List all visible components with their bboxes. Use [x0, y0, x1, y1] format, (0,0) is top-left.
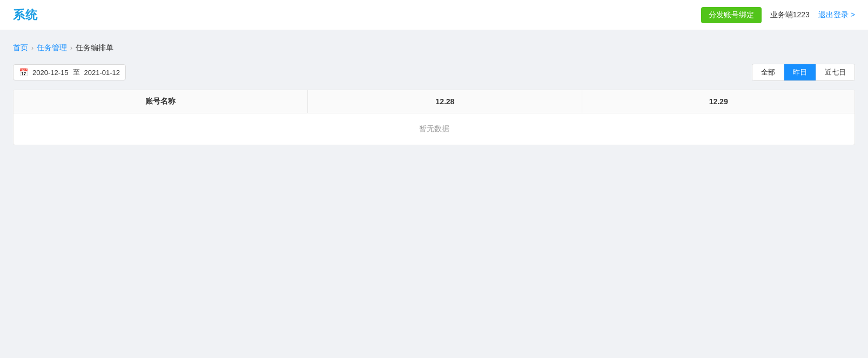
breadcrumb-sep-2: ›: [70, 44, 72, 52]
filter-bar: 📅 2020-12-15 至 2021-01-12 全部 昨日 近七日: [13, 64, 855, 81]
date-from: 2020-12-15: [32, 69, 69, 77]
filter-yesterday-button[interactable]: 昨日: [784, 64, 816, 80]
breadcrumb-task-schedule: 任务编排单: [76, 43, 113, 53]
date-separator: 至: [73, 67, 80, 77]
quick-filter-buttons: 全部 昨日 近七日: [752, 64, 855, 81]
current-user: 业务端1223: [770, 10, 810, 20]
breadcrumb-sep-1: ›: [31, 44, 33, 52]
breadcrumb-task-mgmt[interactable]: 任务管理: [37, 43, 67, 53]
filter-all-button[interactable]: 全部: [752, 64, 784, 80]
empty-text: 暂无数据: [419, 124, 449, 133]
empty-data-cell: 暂无数据: [14, 113, 854, 145]
header-left: 系统: [13, 7, 38, 23]
date-range-picker[interactable]: 📅 2020-12-15 至 2021-01-12: [13, 64, 126, 80]
date-to: 2021-01-12: [84, 69, 120, 77]
header-right: 分发账号绑定 业务端1223 退出登录 >: [701, 7, 855, 23]
table-empty-row: 暂无数据: [14, 113, 854, 145]
logout-button[interactable]: 退出登录 >: [818, 10, 855, 20]
main-content: 首页 › 任务管理 › 任务编排单 📅 2020-12-15 至 2021-01…: [0, 30, 868, 158]
col-1229: 12.29: [582, 90, 854, 113]
breadcrumb: 首页 › 任务管理 › 任务编排单: [13, 43, 855, 53]
table-header-row: 账号名称 12.28 12.29: [14, 90, 854, 113]
app-logo: 系统: [13, 7, 38, 23]
col-1228: 12.28: [308, 90, 582, 113]
col-account-name: 账号名称: [14, 90, 308, 113]
assign-account-button[interactable]: 分发账号绑定: [701, 7, 762, 23]
breadcrumb-home[interactable]: 首页: [13, 43, 28, 53]
calendar-icon: 📅: [19, 68, 28, 77]
header: 系统 分发账号绑定 业务端1223 退出登录 >: [0, 0, 868, 30]
task-table: 账号名称 12.28 12.29 暂无数据: [14, 90, 854, 145]
task-table-container: 账号名称 12.28 12.29 暂无数据: [13, 90, 855, 145]
filter-seven-days-button[interactable]: 近七日: [816, 64, 854, 80]
